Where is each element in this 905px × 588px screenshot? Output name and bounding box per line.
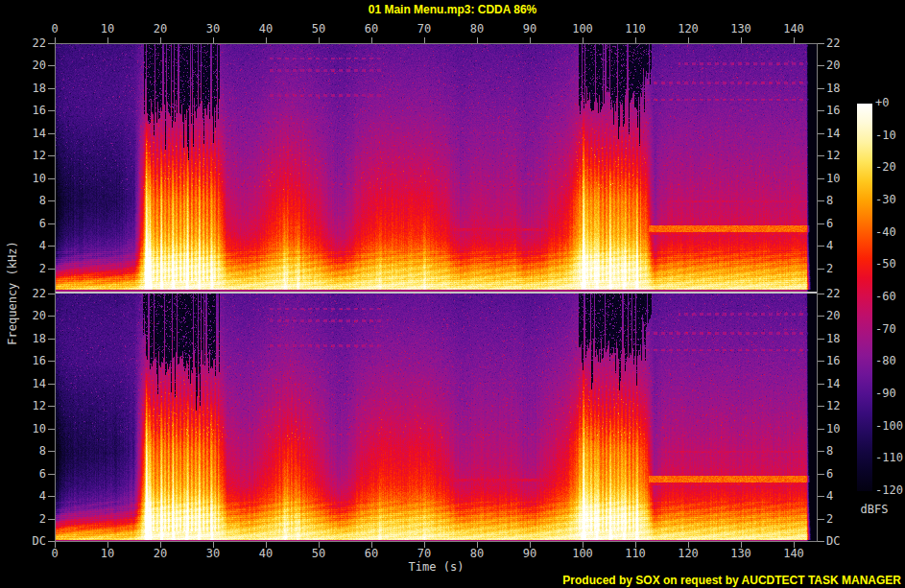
freq-tick-mark — [48, 246, 55, 247]
time-tick-label: 10 — [91, 23, 124, 35]
freq-tick-label: 18 — [826, 82, 859, 95]
footer-credit: Produced by SOX on request by AUCDTECT T… — [562, 574, 901, 587]
freq-tick-mark — [48, 339, 55, 340]
freq-tick-mark — [818, 223, 824, 224]
freq-tick-label: 16 — [826, 355, 859, 367]
freq-tick-mark — [48, 541, 55, 542]
time-tick-mark — [107, 37, 108, 43]
time-tick-mark — [583, 37, 583, 43]
time-tick-label: 60 — [355, 548, 388, 560]
colorbar-tick-label: -90 — [875, 388, 905, 400]
page-title: 01 Main Menu.mp3: CDDA 86% — [0, 3, 905, 16]
colorbar-tick-label: -70 — [875, 323, 905, 336]
freq-tick-label: 12 — [17, 150, 46, 162]
colorbar-tick-label: +0 — [875, 97, 905, 109]
freq-tick-mark — [818, 246, 824, 247]
colorbar-tick-label: -110 — [875, 452, 905, 464]
freq-tick-mark — [818, 200, 824, 201]
freq-tick-label: 2 — [17, 263, 46, 275]
time-tick-label: 130 — [725, 23, 757, 35]
time-tick-label: 30 — [197, 23, 229, 35]
freq-tick-mark — [48, 519, 55, 520]
freq-tick-label: 2 — [17, 513, 46, 526]
time-axis-label: Time (s) — [55, 560, 818, 574]
colorbar-tick-label: -120 — [875, 484, 905, 497]
freq-tick-mark — [818, 406, 824, 407]
freq-tick-mark — [48, 110, 55, 111]
freq-tick-mark — [48, 496, 55, 497]
time-tick-label: 110 — [619, 548, 652, 560]
freq-tick-mark — [48, 200, 55, 201]
colorbar-tick-label: -60 — [875, 291, 905, 303]
time-tick-mark — [160, 37, 161, 43]
time-tick-label: 40 — [250, 548, 282, 560]
freq-tick-label: 14 — [826, 128, 859, 140]
colorbar-tick-label: -30 — [875, 194, 905, 206]
time-tick-mark — [741, 37, 742, 43]
freq-tick-label: 16 — [826, 105, 859, 117]
freq-tick-label: 20 — [826, 310, 859, 322]
freq-tick-label: 8 — [17, 195, 46, 207]
freq-tick-label: 12 — [826, 400, 859, 412]
freq-tick-label: 6 — [826, 218, 859, 230]
freq-tick-label: 18 — [17, 82, 46, 95]
freq-tick-label: 4 — [17, 490, 46, 503]
freq-tick-mark — [48, 88, 55, 89]
freq-tick-label: 20 — [17, 59, 46, 72]
freq-tick-mark — [818, 339, 824, 340]
time-tick-mark — [477, 37, 478, 43]
freq-tick-mark — [818, 496, 824, 497]
freq-tick-label: 16 — [17, 105, 46, 117]
freq-tick-mark — [818, 316, 824, 317]
freq-tick-label: 6 — [826, 468, 859, 481]
colorbar — [857, 104, 872, 491]
freq-tick-label: 6 — [17, 218, 46, 230]
freq-tick-label: 10 — [826, 173, 859, 185]
time-tick-label: 100 — [566, 548, 599, 560]
time-tick-label: 90 — [513, 548, 546, 560]
time-tick-mark — [688, 37, 689, 43]
freq-tick-label: 20 — [17, 310, 46, 322]
freq-tick-label: 16 — [17, 355, 46, 367]
freq-tick-label: 8 — [17, 445, 46, 458]
time-tick-mark — [794, 37, 795, 43]
time-tick-label: 100 — [566, 23, 599, 35]
colorbar-tick-label: -80 — [875, 355, 905, 367]
freq-tick-label: 8 — [826, 445, 859, 458]
time-tick-label: 140 — [777, 23, 810, 35]
time-tick-label: 50 — [302, 23, 335, 35]
freq-tick-label: DC — [17, 535, 46, 548]
colorbar-tick-label: -100 — [875, 420, 905, 433]
time-tick-label: 20 — [144, 23, 177, 35]
time-tick-label: 130 — [725, 548, 757, 560]
time-tick-label: 0 — [38, 548, 71, 560]
freq-tick-mark — [48, 43, 55, 44]
freq-tick-mark — [818, 65, 824, 66]
freq-tick-mark — [48, 155, 55, 156]
colorbar-unit-label: dBFS — [853, 503, 895, 516]
colorbar-tick-label: -20 — [875, 161, 905, 174]
freq-tick-mark — [818, 474, 824, 475]
freq-tick-mark — [818, 361, 824, 362]
time-tick-label: 80 — [461, 548, 493, 560]
freq-tick-mark — [48, 361, 55, 362]
time-tick-mark — [55, 37, 56, 43]
freq-tick-label: DC — [826, 535, 859, 548]
freq-tick-mark — [818, 451, 824, 452]
time-tick-label: 90 — [513, 23, 546, 35]
freq-tick-mark — [818, 133, 824, 134]
freq-tick-mark — [818, 178, 824, 179]
colorbar-tick-label: -10 — [875, 129, 905, 142]
time-tick-label: 60 — [355, 23, 388, 35]
time-tick-label: 80 — [461, 23, 493, 35]
freq-tick-mark — [48, 133, 55, 134]
freq-tick-mark — [818, 429, 824, 430]
time-tick-label: 110 — [619, 23, 652, 35]
freq-tick-label: 12 — [17, 400, 46, 412]
time-tick-mark — [319, 37, 320, 43]
freq-tick-mark — [48, 178, 55, 179]
freq-tick-mark — [818, 384, 824, 385]
freq-tick-mark — [818, 269, 824, 270]
time-tick-mark — [530, 37, 531, 43]
freq-tick-label: 4 — [826, 240, 859, 252]
